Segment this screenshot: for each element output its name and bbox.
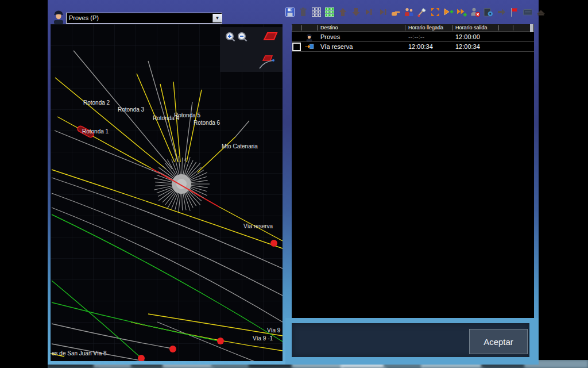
cell-salida: 12:00:00 <box>452 33 498 40</box>
cell-llegada: --:--:-- <box>405 33 452 40</box>
driver-icon <box>305 33 313 41</box>
column-header-llegada[interactable]: Horario llegada <box>405 25 452 30</box>
label-san-juan: es de San Juan Vía 8 <box>52 350 107 356</box>
depot-icon[interactable] <box>535 6 547 18</box>
save-icon[interactable] <box>284 6 296 18</box>
label-rotonda3: Rotonda 3 <box>118 106 144 113</box>
table-header: Destino Horario llegada Horario salida <box>292 24 534 32</box>
step-forward-icon[interactable] <box>363 6 375 18</box>
label-mto-catenaria: Mto Catenaria <box>222 143 258 150</box>
move-up-icon[interactable] <box>337 6 349 18</box>
grid-active-icon[interactable] <box>324 6 335 18</box>
label-rotonda1: Rotonda 1 <box>82 128 109 135</box>
move-down-icon[interactable] <box>350 6 362 18</box>
accept-button[interactable]: Aceptar <box>469 329 528 354</box>
footer-frame: Aceptar <box>285 318 539 365</box>
label-via-reserva: Vía reserva <box>243 223 273 229</box>
application-window: Proves (P) ▼ <box>48 0 539 365</box>
destination-combobox[interactable]: Proves (P) ▼ <box>66 13 222 24</box>
screen: Proves (P) ▼ <box>0 0 588 368</box>
route-add-icon[interactable] <box>443 6 454 18</box>
map-tools-panel <box>220 27 283 72</box>
label-rotonda2: Rotonda 2 <box>83 99 110 106</box>
table-row[interactable]: Vía reserva 12:00:34 12:00:34 <box>292 42 534 52</box>
track-map-canvas[interactable]: Rotonda 2 Rotonda 3 Rotonda 4 Rotonda 5 … <box>51 24 283 361</box>
hand-pointer-icon[interactable] <box>390 6 401 18</box>
cell-llegada: 12:00:34 <box>405 43 452 50</box>
console-icon[interactable] <box>522 6 533 18</box>
scrollbar-thumb[interactable] <box>530 24 533 32</box>
grid-icon[interactable] <box>311 6 322 18</box>
chevron-down-icon[interactable]: ▼ <box>212 14 222 22</box>
cell-destino: Vía reserva <box>317 43 405 50</box>
track-entry-icon <box>304 43 314 51</box>
column-header-salida[interactable]: Horario salida <box>452 25 498 30</box>
label-rotonda5: Rotonda 5 <box>174 112 200 118</box>
driver-avatar-icon <box>53 9 64 24</box>
settings-doc-icon[interactable] <box>482 6 494 18</box>
footer-panel: Aceptar <box>292 323 529 357</box>
row-checkbox[interactable] <box>292 43 301 51</box>
flag-icon[interactable] <box>509 6 520 18</box>
track-map-svg <box>51 24 283 361</box>
step-end-icon[interactable] <box>377 6 388 18</box>
sign-icon[interactable] <box>416 6 428 18</box>
person-remove-icon[interactable] <box>469 6 481 18</box>
delete-icon[interactable] <box>297 6 309 18</box>
expand-icon[interactable] <box>430 6 441 18</box>
forward-icon[interactable] <box>496 6 507 18</box>
label-via9: Vía 9 <box>267 327 280 334</box>
route-add-both-icon[interactable] <box>456 6 467 18</box>
toolbar <box>284 5 547 20</box>
combobox-value: Proves (P) <box>67 14 212 22</box>
cell-salida: 12:00:34 <box>452 43 498 50</box>
column-header-destino[interactable]: Destino <box>317 25 405 30</box>
label-rotonda6: Rotonda 6 <box>194 120 220 126</box>
schedule-table: Destino Horario llegada Horario salida P… <box>292 24 534 318</box>
table-row[interactable]: Proves --:--:-- 12:00:00 <box>292 32 534 42</box>
passengers-icon[interactable] <box>403 6 415 18</box>
label-via9-1: Vía 9 -1 <box>253 335 273 342</box>
cell-destino: Proves <box>317 33 405 40</box>
